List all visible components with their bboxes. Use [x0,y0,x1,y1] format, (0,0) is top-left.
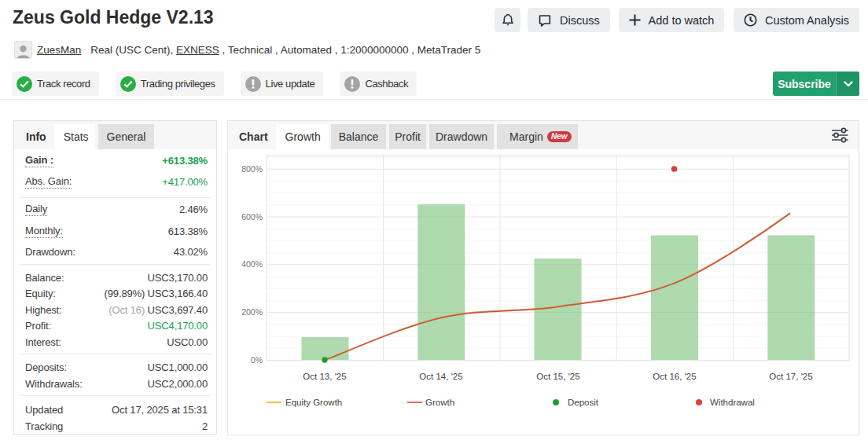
svg-text:400%: 400% [241,259,263,269]
svg-text:Oct 17, '25: Oct 17, '25 [769,372,812,381]
svg-text:600%: 600% [241,212,263,222]
svg-text:Oct 16, '25: Oct 16, '25 [653,372,696,381]
svg-text:Withdrawal: Withdrawal [710,398,755,407]
svg-text:200%: 200% [241,307,263,317]
svg-text:Equity Growth: Equity Growth [285,398,342,407]
svg-text:Oct 13, '25: Oct 13, '25 [303,372,346,381]
svg-text:Oct 14, '25: Oct 14, '25 [419,372,462,381]
svg-text:0%: 0% [251,355,263,365]
svg-text:Growth: Growth [425,398,454,407]
svg-text:Deposit: Deposit [568,398,599,407]
svg-text:Oct 15, '25: Oct 15, '25 [536,372,579,381]
svg-text:800%: 800% [241,164,263,174]
